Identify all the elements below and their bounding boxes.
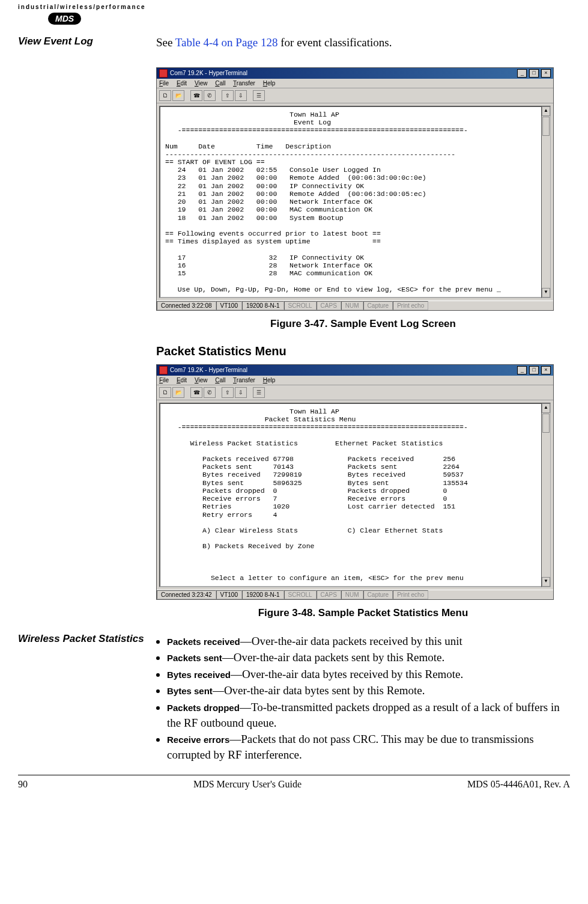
figure-48-caption: Figure 3-48. Sample Packet Statistics Me… [156,607,570,619]
window-title: Com7 19.2K - HyperTerminal [170,367,247,373]
menu-call[interactable]: Call [215,80,225,87]
scroll-thumb[interactable] [542,414,550,433]
menu-edit[interactable]: Edit [177,80,187,87]
scroll-down-icon[interactable]: ▼ [542,288,550,298]
toolbar-properties-icon[interactable]: ☰ [253,90,265,101]
menu-help[interactable]: Help [263,80,276,87]
bullet-term: Receive errors [167,734,229,745]
menu-help[interactable]: Help [263,377,276,383]
status-emulation: VT100 [216,301,242,310]
window-title: Com7 19.2K - HyperTerminal [170,70,247,76]
close-button[interactable]: × [541,366,551,374]
toolbar-open-icon[interactable]: 📂 [172,90,184,101]
toolbar-send-icon[interactable]: ⇧ [222,387,234,398]
toolbar-receive-icon[interactable]: ⇩ [235,387,247,398]
status-capture: Capture [363,590,393,599]
bullet-desc: —Over-the-air data packets sent by this … [222,651,445,664]
close-button[interactable]: × [541,69,551,78]
scroll-thumb[interactable] [542,117,550,136]
bullet-desc: —Over-the-air data bytes received by thi… [231,668,463,680]
bullet-desc: —Over-the-air data packets received by t… [240,635,462,647]
menu-bar: File Edit View Call Transfer Help [157,376,553,385]
scrollbar[interactable]: ▲ ▼ [541,106,551,298]
bullet-term: Packets received [167,637,240,647]
title-bar: Com7 19.2K - HyperTerminal _ □ × [157,365,553,376]
bullet-term: Packets sent [167,653,222,663]
bullet-desc: —Over-the-air data bytes sent by this Re… [213,684,425,697]
bullet-term: Bytes received [167,670,231,680]
list-item: Packets received—Over-the-air data packe… [167,634,570,649]
tool-bar: 🗋 📂 ☎ ✆ ⇧ ⇩ ☰ [157,88,553,103]
status-port: 19200 8-N-1 [242,301,284,310]
minimize-button[interactable]: _ [517,69,527,78]
table-link[interactable]: Table 4-4 on Page 128 [175,36,278,49]
menu-edit[interactable]: Edit [177,377,187,383]
status-num: NUM [341,301,363,310]
menu-transfer[interactable]: Transfer [233,377,255,383]
status-bar: Connected 3:22:08 VT100 19200 8-N-1 SCRO… [157,301,553,310]
terminal-content-packet-stats: Town Hall AP Packet Statistics Menu -===… [159,403,542,587]
status-connected: Connected 3:23:42 [157,590,216,599]
toolbar-open-icon[interactable]: 📂 [172,387,184,398]
list-item: Bytes sent—Over-the-air data bytes sent … [167,683,570,698]
scrollbar[interactable]: ▲ ▼ [541,403,551,587]
maximize-button[interactable]: □ [529,366,539,374]
menu-file[interactable]: File [159,377,169,383]
intro-text: See Table 4-4 on Page 128 for event clas… [156,35,570,50]
status-capture: Capture [363,301,393,310]
toolbar-send-icon[interactable]: ⇧ [222,90,234,101]
intro-see: See [156,36,175,49]
menu-transfer[interactable]: Transfer [233,80,255,87]
section-packet-statistics: Packet Statistics Menu [156,344,570,358]
maximize-button[interactable]: □ [529,69,539,78]
status-echo: Print echo [393,590,428,599]
menu-view[interactable]: View [195,377,208,383]
footer-page: 90 [18,779,28,790]
page-footer: 90 MDS Mercury User's Guide MDS 05-4446A… [18,775,570,795]
hyperterminal-window-packet-stats: Com7 19.2K - HyperTerminal _ □ × File Ed… [156,364,554,600]
side-heading-wireless-packet-stats: Wireless Packet Statistics [18,634,156,764]
figure-47-caption: Figure 3-47. Sample Event Log Screen [156,318,570,330]
terminal-content-event-log: Town Hall AP Event Log -================… [159,106,542,298]
status-num: NUM [341,590,363,599]
list-item: Receive errors—Packets that do not pass … [167,731,570,762]
app-icon [159,366,168,374]
footer-center: MDS Mercury User's Guide [193,779,302,790]
footer-right: MDS 05-4446A01, Rev. A [467,779,570,790]
status-echo: Print echo [393,301,428,310]
status-scroll: SCROLL [284,301,317,310]
tool-bar: 🗋 📂 ☎ ✆ ⇧ ⇩ ☰ [157,385,553,400]
side-heading-view-event-log: View Event Log [18,35,156,634]
minimize-button[interactable]: _ [517,366,527,374]
bullet-term: Packets dropped [167,703,240,713]
menu-file[interactable]: File [159,80,169,87]
toolbar-disconnect-icon[interactable]: ✆ [204,90,216,101]
menu-bar: File Edit View Call Transfer Help [157,79,553,88]
wireless-packet-bullets: Packets received—Over-the-air data packe… [167,634,570,763]
toolbar-new-icon[interactable]: 🗋 [159,90,171,101]
toolbar-new-icon[interactable]: 🗋 [159,387,171,398]
toolbar-disconnect-icon[interactable]: ✆ [204,387,216,398]
toolbar-connect-icon[interactable]: ☎ [190,90,202,101]
mds-logo: MDS [48,13,81,25]
status-scroll: SCROLL [284,590,317,599]
toolbar-connect-icon[interactable]: ☎ [190,387,202,398]
list-item: Packets sent—Over-the-air data packets s… [167,650,570,665]
menu-call[interactable]: Call [215,377,225,383]
menu-view[interactable]: View [195,80,208,87]
scroll-up-icon[interactable]: ▲ [542,106,550,116]
list-item: Bytes received—Over-the-air data bytes r… [167,667,570,682]
scroll-down-icon[interactable]: ▼ [542,577,550,587]
bullet-term: Bytes sent [167,686,213,696]
status-bar: Connected 3:23:42 VT100 19200 8-N-1 SCRO… [157,590,553,599]
status-caps: CAPS [317,590,341,599]
scroll-up-icon[interactable]: ▲ [542,403,550,413]
app-icon [159,69,168,78]
status-connected: Connected 3:22:08 [157,301,216,310]
toolbar-receive-icon[interactable]: ⇩ [235,90,247,101]
title-bar: Com7 19.2K - HyperTerminal _ □ × [157,68,553,79]
toolbar-properties-icon[interactable]: ☰ [253,387,265,398]
intro-rest: for event classifications. [278,36,392,49]
status-caps: CAPS [317,301,341,310]
status-port: 19200 8-N-1 [242,590,284,599]
